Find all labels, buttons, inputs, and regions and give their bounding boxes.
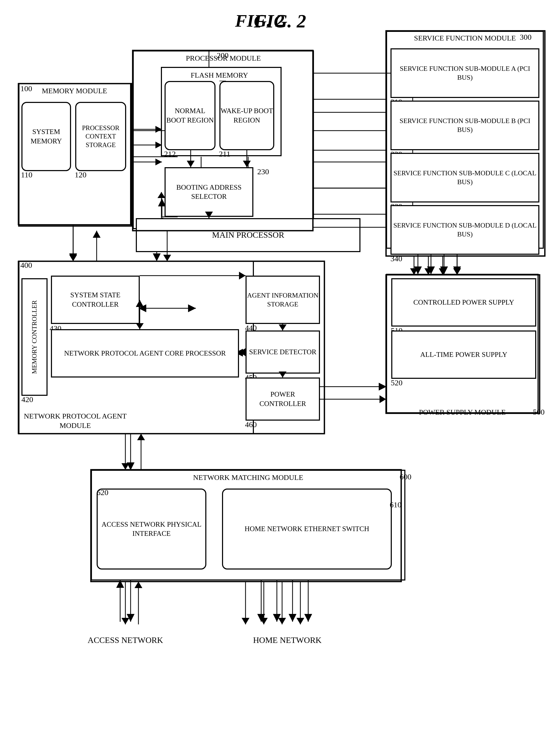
alltime-power-supply: ALL-TIME POWER SUPPLY (391, 330, 536, 379)
svg-marker-136 (157, 192, 165, 198)
system-state-controller: SYSTEM STATE CONTROLLER (51, 276, 140, 324)
svg-marker-26 (440, 266, 448, 274)
svg-marker-108 (380, 395, 386, 403)
system-memory: SYSTEM MEMORY (21, 102, 71, 171)
main-processor: MAIN PROCESSOR (136, 218, 361, 252)
svg-marker-77 (155, 158, 162, 165)
ref-230: 230 (257, 167, 269, 176)
svg-marker-91 (163, 255, 171, 261)
svg-marker-59 (127, 463, 134, 470)
power-supply-module-label: POWER SUPPLY MODULE (389, 408, 535, 417)
svg-marker-32 (153, 253, 160, 261)
diagram: FIG. 2 (0, 0, 560, 749)
svg-marker-104 (239, 348, 245, 356)
svg-marker-38 (188, 304, 196, 312)
service-function-module-label: SERVICE FUNCTION MODULE (389, 34, 541, 43)
svg-marker-116 (453, 268, 461, 275)
svg-marker-112 (425, 268, 432, 275)
access-network-label: ACCESS NETWORK (73, 635, 178, 646)
svg-marker-95 (69, 255, 77, 261)
ref-600: 600 (400, 472, 411, 481)
booting-address-selector: BOOTING ADDRESS SELECTOR (165, 167, 253, 217)
agent-information-storage: AGENT INFORMATION STORAGE (245, 276, 320, 324)
svg-marker-100 (239, 272, 245, 280)
svg-marker-93 (93, 231, 101, 238)
ref-500: 500 (533, 408, 544, 416)
service-detector: SERVICE DETECTOR (245, 330, 320, 373)
svg-marker-110 (410, 268, 418, 275)
ref-610: 610 (390, 500, 402, 509)
svg-marker-98 (136, 323, 144, 329)
svg-marker-122 (122, 618, 129, 624)
svg-marker-124 (134, 581, 142, 588)
home-network-ethernet-switch: HOME NETWORK ETHERNET SWITCH (222, 489, 392, 570)
svg-marker-126 (242, 618, 250, 624)
svg-marker-120 (137, 434, 145, 440)
home-network-label: HOME NETWORK (235, 635, 340, 646)
network-matching-module-label: NETWORK MATCHING MODULE (94, 473, 402, 482)
sf-sub-b: SERVICE FUNCTION SUB-MODULE B (PCI BUS) (390, 101, 539, 150)
flash-memory-label: FLASH MEMORY (167, 70, 272, 80)
ref-340: 340 (390, 254, 402, 263)
sf-sub-a: SERVICE FUNCTION SUB-MODULE A (PCI BUS) (390, 48, 539, 98)
svg-marker-28 (453, 266, 461, 274)
svg-marker-81 (243, 160, 251, 167)
processor-context-storage: PROCESSOR CONTEXT STORAGE (75, 102, 126, 171)
power-controller: POWER CONTROLLER (245, 378, 320, 421)
access-network-physical-interface: ACCESS NETWORK PHYSICAL INTERFACE (96, 489, 206, 570)
svg-marker-22 (414, 266, 422, 274)
ref-620: 620 (96, 488, 108, 497)
ref-400: 400 (20, 261, 32, 270)
svg-marker-130 (278, 618, 286, 624)
svg-marker-45 (379, 383, 387, 390)
normal-boot-region: NORMAL BOOT REGION (165, 81, 215, 150)
svg-marker-47 (127, 614, 134, 622)
ref-520: 520 (391, 378, 403, 387)
figure-title: FIG. 2 (235, 10, 284, 31)
ref-211: 211 (219, 149, 230, 158)
svg-marker-79 (187, 160, 195, 167)
sf-sub-c: SERVICE FUNCTION SUB-MODULE C (LOCAL BUS… (390, 153, 539, 202)
svg-marker-51 (257, 614, 265, 622)
svg-marker-102 (279, 324, 286, 330)
ref-212: 212 (164, 149, 176, 158)
sf-sub-d: SERVICE FUNCTION SUB-MODULE D (LOCAL BUS… (390, 205, 539, 255)
svg-marker-132 (297, 618, 304, 624)
svg-marker-24 (427, 266, 435, 274)
svg-marker-75 (155, 126, 162, 133)
svg-marker-114 (439, 268, 447, 275)
svg-marker-76 (155, 142, 162, 148)
processor-module-label: PROCESSOR MODULE (133, 53, 314, 63)
controlled-power-supply: CONTROLLED POWER SUPPLY (391, 278, 536, 326)
ref-420: 420 (21, 395, 33, 404)
network-protocol-agent-core-processor: NETWORK PROTOCOL AGENT CORE PROCESSOR (51, 329, 239, 378)
memory-controller: MEMORY CONTROLLER (21, 278, 47, 396)
svg-marker-57 (304, 614, 312, 622)
svg-marker-55 (288, 614, 297, 622)
svg-marker-49 (116, 580, 124, 588)
wakeup-boot-region: WAKE-UP BOOT REGION (219, 81, 274, 150)
network-protocol-agent-module-label: NETWORK PROTOCOL AGENT MODULE (20, 411, 130, 430)
ref-460: 460 (245, 420, 257, 429)
ref-120: 120 (75, 170, 86, 179)
ref-110: 110 (21, 170, 33, 179)
svg-marker-30 (69, 253, 77, 261)
svg-marker-118 (122, 463, 129, 470)
svg-marker-128 (260, 618, 268, 624)
memory-module-label: MEMORY MODULE (18, 86, 131, 95)
svg-marker-53 (273, 614, 281, 622)
